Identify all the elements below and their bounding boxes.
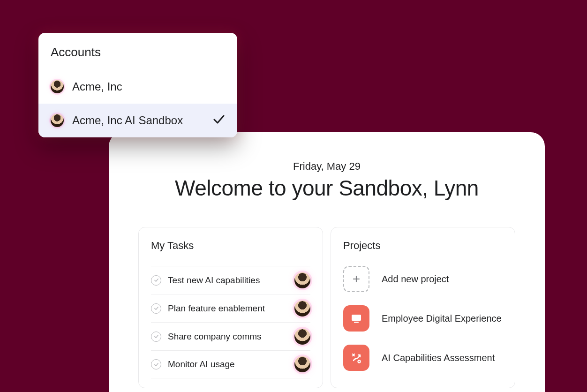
check-icon — [213, 114, 225, 127]
task-label: Test new AI capabilities — [168, 275, 288, 286]
monitor-icon — [343, 305, 369, 332]
project-row[interactable]: Employee Digital Experience — [343, 305, 503, 332]
task-row[interactable]: Plan feature enablement — [151, 294, 310, 322]
assignee-avatar[interactable] — [294, 272, 310, 288]
account-avatar — [51, 80, 64, 93]
project-label: AI Capabilities Assessment — [382, 353, 495, 363]
strategy-icon — [343, 345, 369, 371]
assignee-avatar[interactable] — [294, 329, 310, 345]
plus-icon[interactable]: + — [343, 266, 369, 292]
task-label: Monitor AI usage — [168, 359, 288, 369]
project-row[interactable]: AI Capabilities Assessment — [343, 345, 503, 371]
accounts-popover: Accounts Acme, Inc Acme, Inc AI Sandbox — [38, 33, 237, 137]
assignee-avatar[interactable] — [294, 301, 310, 317]
add-project-label: Add new project — [382, 274, 449, 285]
assignee-avatar[interactable] — [294, 356, 310, 372]
task-row[interactable]: Test new AI capabilities — [151, 266, 310, 294]
project-label: Employee Digital Experience — [382, 313, 502, 324]
svg-rect-1 — [354, 322, 359, 323]
account-avatar — [51, 114, 64, 127]
add-project-row[interactable]: + Add new project — [343, 266, 503, 292]
task-row[interactable]: Share company comms — [151, 322, 310, 350]
dashboard-card: Friday, May 29 Welcome to your Sandbox, … — [109, 132, 545, 392]
dashboard-date: Friday, May 29 — [137, 160, 517, 173]
dashboard-welcome: Welcome to your Sandbox, Lynn — [137, 175, 517, 201]
check-circle-icon[interactable] — [151, 275, 161, 286]
account-label: Acme, Inc AI Sandbox — [72, 114, 183, 127]
svg-point-2 — [358, 360, 360, 362]
task-label: Plan feature enablement — [168, 303, 288, 314]
task-row[interactable]: Monitor AI usage — [151, 350, 310, 378]
account-label: Acme, Inc — [72, 80, 122, 93]
check-circle-icon[interactable] — [151, 359, 161, 369]
projects-panel: Projects + Add new project Employee Digi… — [331, 227, 515, 388]
account-item[interactable]: Acme, Inc — [38, 70, 237, 104]
svg-rect-0 — [352, 315, 361, 321]
task-label: Share company comms — [168, 332, 288, 342]
projects-title: Projects — [343, 240, 503, 252]
my-tasks-title: My Tasks — [151, 240, 310, 252]
accounts-title: Accounts — [38, 33, 237, 70]
my-tasks-panel: My Tasks Test new AI capabilities Plan f… — [138, 227, 323, 388]
check-circle-icon[interactable] — [151, 332, 161, 342]
account-item-selected[interactable]: Acme, Inc AI Sandbox — [38, 104, 237, 137]
check-circle-icon[interactable] — [151, 303, 161, 314]
